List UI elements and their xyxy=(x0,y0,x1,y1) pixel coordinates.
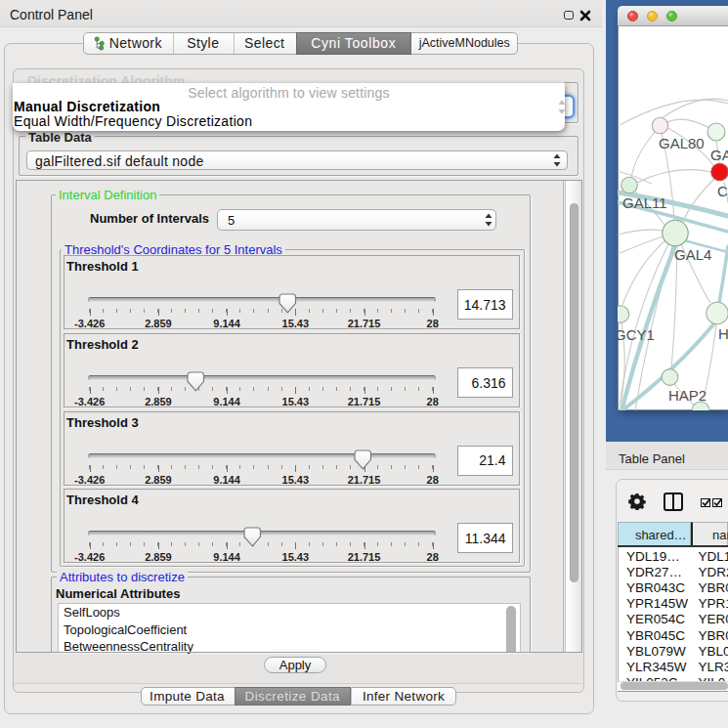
svg-text:C: C xyxy=(717,183,728,199)
svg-text:GAL11: GAL11 xyxy=(622,194,667,211)
svg-text:HAP2: HAP2 xyxy=(668,387,707,404)
svg-text:H: H xyxy=(718,325,728,342)
svg-text:GA: GA xyxy=(710,147,728,163)
svg-text:GAL4: GAL4 xyxy=(674,246,711,263)
svg-text:GAL80: GAL80 xyxy=(659,135,705,151)
svg-text:GCY1: GCY1 xyxy=(618,326,655,343)
